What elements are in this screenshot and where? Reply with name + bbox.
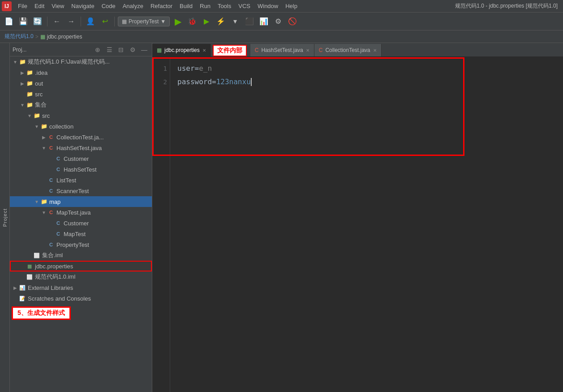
- sidebar-close-btn[interactable]: —: [139, 45, 149, 55]
- tree-item-collection-pkg[interactable]: ▼ 📁 collection: [10, 121, 152, 132]
- tree-label-maptestjava: MapTest.java: [56, 209, 91, 216]
- sidebar-collapse-btn[interactable]: ⊟: [116, 45, 126, 55]
- menu-file[interactable]: File: [14, 1, 31, 11]
- tree-item-propertytest[interactable]: ▶ C PropertyTest: [10, 239, 152, 250]
- tree-item-src1[interactable]: ▶ 📁 src: [10, 89, 152, 99]
- block-btn[interactable]: 🚫: [286, 15, 299, 28]
- tree-item-collectiontest[interactable]: ▶ C CollectionTest.ja...: [10, 132, 152, 142]
- tab-icon-collection: C: [319, 47, 323, 53]
- tree-item-out[interactable]: ▶ 📁 out: [10, 78, 152, 89]
- coverage-btn[interactable]: ▶: [200, 15, 213, 28]
- menu-code[interactable]: Code: [98, 1, 119, 11]
- more-run-btn[interactable]: ▾: [229, 15, 241, 28]
- menu-analyze[interactable]: Analyze: [119, 1, 147, 11]
- tree-item-customer2[interactable]: ▶ C Customer: [10, 218, 152, 228]
- line-numbers: 1 2: [152, 57, 170, 392]
- menu-vcs[interactable]: VCS: [235, 1, 254, 11]
- menu-help[interactable]: Help: [282, 1, 301, 11]
- editor-content[interactable]: 1 2 user=e_n password=123nanxu: [152, 57, 563, 392]
- tree-label-scratches: Scratches and Consoles: [28, 295, 91, 302]
- tree-item-hashsetjava[interactable]: ▼ C HashSetTest.java: [10, 142, 152, 153]
- tab-collection[interactable]: C CollectionTest.java ✕: [314, 44, 382, 56]
- folder-icon-idea: 📁: [26, 69, 33, 76]
- sidebar-locate-btn[interactable]: ☰: [104, 45, 114, 55]
- run-config-selector[interactable]: ▦ PropertyTest ▼: [118, 17, 170, 26]
- sidebar-settings-btn[interactable]: ⚙: [128, 45, 138, 55]
- undo-btn[interactable]: ↩: [99, 15, 111, 28]
- tab-close-collection[interactable]: ✕: [373, 48, 377, 53]
- project-sidebar: Project Proj... ⊕ ☰ ⊟ ⚙ — ▼ 📁 规范代码1.0 F:…: [0, 43, 152, 392]
- project-panel-tab[interactable]: Project: [0, 43, 10, 392]
- stop-btn[interactable]: ⬛: [243, 15, 256, 28]
- code-key-user: user=: [177, 62, 199, 75]
- breadcrumb-part2[interactable]: jdbc.properties: [47, 34, 82, 40]
- tree-item-idea[interactable]: ▶ 📁 .idea: [10, 67, 152, 78]
- sidebar-add-btn[interactable]: ⊕: [93, 45, 103, 55]
- tree-item-src2[interactable]: ▼ 📁 src: [10, 110, 152, 121]
- debug-button[interactable]: 🐞: [186, 15, 198, 28]
- tree-item-customer1[interactable]: ▶ C Customer: [10, 153, 152, 164]
- line-num-1: 1: [152, 62, 167, 75]
- vcs-btn[interactable]: 👤: [84, 15, 97, 28]
- tree-label-idea: .idea: [35, 69, 47, 76]
- code-area[interactable]: user=e_n password=123nanxu: [170, 57, 563, 392]
- forward-btn[interactable]: →: [65, 15, 77, 28]
- tab-label-jdbc: jdbc.properties: [164, 47, 200, 53]
- class-icon-customer1: C: [55, 155, 62, 162]
- tree-item-scannertest[interactable]: ▶ C ScannerTest: [10, 185, 152, 196]
- tab-close-jdbc[interactable]: ✕: [202, 48, 206, 53]
- new-file-btn[interactable]: 📄: [3, 15, 15, 28]
- tree-label-src1: src: [35, 91, 43, 98]
- tree-item-main-iml[interactable]: ▶ ⬜ 规范代码1.0.iml: [10, 271, 152, 282]
- tree-item-ext-libs[interactable]: ▶ 📊 External Libraries: [10, 282, 152, 293]
- tree-item-scratches[interactable]: ▶ 📝 Scratches and Consoles: [10, 293, 152, 304]
- arrow-collectiontest: ▶: [40, 134, 47, 141]
- tree-item-maptestjava[interactable]: ▼ C MapTest.java: [10, 207, 152, 218]
- menu-window[interactable]: Window: [254, 1, 282, 11]
- tree-label-customer1: Customer: [64, 155, 89, 162]
- menu-navigate[interactable]: Navigate: [68, 1, 98, 11]
- menu-refactor[interactable]: Refactor: [147, 1, 176, 11]
- back-btn[interactable]: ←: [51, 15, 63, 28]
- save-btn[interactable]: 💾: [17, 15, 30, 28]
- menu-build[interactable]: Build: [176, 1, 196, 11]
- menu-run[interactable]: Run: [196, 1, 214, 11]
- menu-tools[interactable]: Tools: [214, 1, 235, 11]
- arrow-root: ▼: [12, 58, 19, 65]
- iml-icon-collection: ⬜: [33, 252, 40, 259]
- tree-label-map: map: [49, 198, 60, 205]
- tree-item-listtest[interactable]: ▶ C ListTest: [10, 175, 152, 185]
- java-icon-maptest: C: [47, 209, 55, 216]
- tab-bar: ▦ jdbc.properties ✕ 文件内部 C HashSetTest.j…: [152, 43, 563, 57]
- arrow-hashsetjava: ▼: [40, 144, 47, 151]
- tree-item-maptestclass[interactable]: ▶ C MapTest: [10, 228, 152, 239]
- tree-item-map[interactable]: ▼ 📁 map: [10, 196, 152, 207]
- tab-hashset[interactable]: C HashSetTest.java ✕: [250, 44, 314, 56]
- toolbar: 📄 💾 🔄 ← → 👤 ↩ ▦ PropertyTest ▼ ▶ 🐞 ▶ ⚡ ▾…: [0, 13, 563, 30]
- ext-libs-icon: 📊: [19, 284, 26, 291]
- settings-btn[interactable]: ⚙: [272, 15, 284, 28]
- tree-item-collection-iml[interactable]: ▶ ⬜ 集合.iml: [10, 250, 152, 261]
- tree-item-root[interactable]: ▼ 📁 规范代码1.0 F:\Java\规范代码...: [10, 56, 152, 67]
- tab-close-hashset[interactable]: ✕: [306, 48, 309, 53]
- tree-label-collectiontest: CollectionTest.ja...: [56, 134, 104, 141]
- chart-btn[interactable]: 📊: [258, 15, 270, 28]
- sync-btn[interactable]: 🔄: [31, 15, 44, 28]
- profile-btn[interactable]: ⚡: [215, 15, 227, 28]
- menu-view[interactable]: View: [48, 1, 68, 11]
- run-button[interactable]: ▶: [172, 15, 184, 28]
- breadcrumb-sep1: >: [35, 34, 39, 40]
- tree-label-jdbc-props: jdbc.properties: [35, 263, 73, 270]
- tab-label-collection: CollectionTest.java: [325, 47, 370, 53]
- tree-item-collection-root[interactable]: ▼ 📁 集合: [10, 99, 152, 110]
- menu-edit[interactable]: Edit: [31, 1, 48, 11]
- breadcrumb-part1[interactable]: 规范代码1.0: [4, 33, 34, 40]
- tree-item-hashsetclass[interactable]: ▶ C HashSetTest: [10, 164, 152, 175]
- folder-icon-root: 📁: [19, 58, 26, 65]
- toolbar-sep-1: [47, 17, 47, 26]
- code-line-2: password=123nanxu: [177, 75, 563, 89]
- tab-jdbc-properties[interactable]: ▦ jdbc.properties ✕: [152, 44, 211, 56]
- run-config-label: PropertyTest: [129, 18, 159, 25]
- tree-item-jdbc-props[interactable]: ▶ ▦ jdbc.properties: [10, 261, 152, 271]
- java-icon-hashset: C: [47, 144, 55, 151]
